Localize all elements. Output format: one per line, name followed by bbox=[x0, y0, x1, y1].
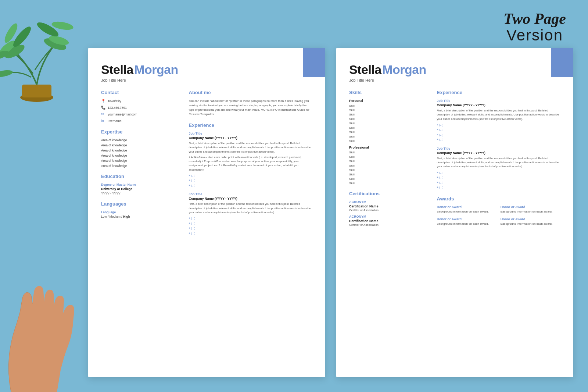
cert-issuer-1: Certifier or Association bbox=[349, 209, 430, 212]
skill-pr3: Skill bbox=[349, 160, 430, 163]
contact-email: ✉ yourname@mail.com bbox=[101, 112, 182, 117]
award-title-2: Honor or Award bbox=[501, 205, 560, 209]
pages-container: Stella Morgan Job Title Here Contact 📍 T… bbox=[88, 48, 573, 377]
job-title-1: Job Title Here bbox=[101, 78, 312, 82]
edu-institution: University or College bbox=[101, 187, 182, 191]
resume-page-2: Stella Morgan Job Title Here Skills Pers… bbox=[336, 48, 573, 377]
email-icon: ✉ bbox=[101, 112, 105, 117]
hand-decoration bbox=[0, 245, 92, 392]
experience-entry-2: Job Title Company Name (YYYY - YYYY) Fir… bbox=[189, 192, 313, 236]
last-name-1: Morgan bbox=[134, 63, 178, 76]
bullet-1-1: (...) bbox=[189, 173, 313, 178]
corner-accent-1 bbox=[303, 48, 325, 77]
plant-decoration bbox=[0, 0, 103, 103]
right-col-1: About me You can include "about me" or "… bbox=[189, 90, 313, 240]
phone-icon: 📞 bbox=[101, 106, 105, 110]
award-entry-2: Honor or Award Background information on… bbox=[501, 205, 560, 214]
p2-job-title-2: Job Title bbox=[437, 147, 561, 150]
p2-exp-entry-1: Job Title Company Name (YYYY - YYYY) Fir… bbox=[437, 99, 561, 142]
location-icon: 📍 bbox=[101, 99, 105, 103]
award-entry-3: Honor or Award Background information on… bbox=[437, 217, 497, 226]
award-desc-1: Background information on each award. bbox=[437, 210, 497, 214]
skill-pr4: Skill bbox=[349, 164, 430, 167]
about-title: About me bbox=[189, 90, 313, 95]
p2-bullet-1-2: (...) bbox=[437, 127, 561, 132]
job-title-label-2: Job Title bbox=[189, 192, 313, 196]
skill-p7: Skill bbox=[349, 131, 430, 134]
p2-company-1: Company Name (YYYY - YYYY) bbox=[437, 103, 561, 107]
p2-exp-entry-2: Job Title Company Name (YYYY - YYYY) Fir… bbox=[437, 147, 561, 190]
skill-pr2: Skill bbox=[349, 155, 430, 158]
svg-point-6 bbox=[0, 69, 13, 78]
skill-personal-label: Personal bbox=[349, 99, 430, 103]
two-page-text: Two Page bbox=[503, 11, 566, 26]
expertise-item-6: Area of knowledge bbox=[101, 164, 182, 168]
experience-entry-1: Job Title Company Name (YYYY - YYYY) Fir… bbox=[189, 132, 313, 188]
p2-job-desc-1: First, a brief description of the positi… bbox=[437, 108, 561, 121]
first-name-2: Stella bbox=[349, 63, 381, 76]
skill-pr8: Skill bbox=[349, 182, 430, 185]
company-name-1: Company Name (YYYY - YYYY) bbox=[189, 136, 313, 140]
p2-job-desc-2: First, a brief description of the positi… bbox=[437, 156, 561, 169]
contact-linkedin: in username bbox=[101, 119, 182, 123]
award-desc-3: Background information on each award. bbox=[437, 222, 497, 226]
p2-bullet-2-2: (...) bbox=[437, 175, 561, 180]
bullet-2-4: (...) bbox=[189, 231, 313, 236]
expertise-item-3: Area of knowledge bbox=[101, 149, 182, 152]
corner-accent-2 bbox=[551, 48, 573, 77]
skill-p3: Skill bbox=[349, 113, 430, 116]
p2-bullet-2-4: (...) bbox=[437, 185, 561, 190]
resume-page-1: Stella Morgan Job Title Here Contact 📍 T… bbox=[88, 48, 325, 377]
left-col-1: Contact 📍 Town/City 📞 123.456.7891 ✉ you… bbox=[101, 90, 182, 240]
expertise-item-1: Area of knowledge bbox=[101, 138, 182, 142]
job-desc-2: First, a brief description of the positi… bbox=[189, 202, 313, 214]
edu-degree: Degree or Master Name bbox=[101, 183, 182, 186]
skill-pr6: Skill bbox=[349, 173, 430, 176]
bullet-1-3: (...) bbox=[189, 183, 313, 188]
skill-p9: Skill bbox=[349, 139, 430, 143]
expertise-item-2: Area of knowledge bbox=[101, 143, 182, 147]
skill-pr7: Skill bbox=[349, 177, 430, 181]
cert-acronym-1: ACRONYM bbox=[349, 200, 430, 204]
svg-rect-1 bbox=[22, 85, 51, 97]
experience-title-1: Experience bbox=[189, 122, 313, 128]
p2-job-title-1: Job Title bbox=[437, 99, 561, 103]
right-col-2: Experience Job Title Company Name (YYYY … bbox=[437, 90, 561, 229]
skill-p6: Skill bbox=[349, 126, 430, 129]
p2-company-2: Company Name (YYYY - YYYY) bbox=[437, 151, 561, 155]
left-col-2: Skills Personal Skill Skill Skill Skill … bbox=[349, 90, 430, 229]
cert-issuer-2: Certifier or Association bbox=[349, 223, 430, 227]
award-entry-4: Honor or Award Background information on… bbox=[501, 217, 560, 226]
award-title-4: Honor or Award bbox=[501, 217, 560, 221]
languages-title: Languages bbox=[101, 201, 182, 207]
education-title: Education bbox=[101, 174, 182, 179]
cert-name-2: Certification Name bbox=[349, 219, 430, 223]
experience-title-2: Experience bbox=[437, 90, 561, 95]
skill-p2: Skill bbox=[349, 108, 430, 112]
job-action-note-1: + Action/How – start each bullet point w… bbox=[189, 155, 313, 172]
award-title-1: Honor or Award bbox=[437, 205, 497, 209]
p2-bullet-1-3: (...) bbox=[437, 132, 561, 138]
name-section-1: Stella Morgan Job Title Here bbox=[101, 63, 312, 82]
job-title-label-1: Job Title bbox=[189, 132, 313, 135]
contact-location: 📍 Town/City bbox=[101, 99, 182, 103]
expertise-item-4: Area of knowledge bbox=[101, 154, 182, 157]
expertise-title: Expertise bbox=[101, 129, 182, 135]
company-name-2: Company Name (YYYY - YYYY) bbox=[189, 197, 313, 200]
skill-pr5: Skill bbox=[349, 168, 430, 172]
contact-phone: 📞 123.456.7891 bbox=[101, 106, 182, 110]
version-label: Two Page Version bbox=[503, 11, 566, 44]
contact-title: Contact bbox=[101, 90, 182, 95]
job-desc-1: First, a brief description of the positi… bbox=[189, 141, 313, 154]
bullet-2-3: (...) bbox=[189, 226, 313, 231]
awards-grid-row-2: Honor or Award Background information on… bbox=[437, 217, 561, 229]
language-level: Low / Medium / High bbox=[101, 215, 182, 218]
job-title-2: Job Title Here bbox=[349, 78, 560, 82]
skill-pr1: Skill bbox=[349, 151, 430, 154]
p2-bullet-2-3: (...) bbox=[437, 180, 561, 185]
award-desc-2: Background information on each award. bbox=[501, 210, 560, 214]
p2-bullet-2-1: (...) bbox=[437, 170, 561, 175]
skill-p1: Skill bbox=[349, 104, 430, 107]
skill-professional-label: Professional bbox=[349, 146, 430, 149]
last-name-2: Morgan bbox=[382, 63, 426, 76]
